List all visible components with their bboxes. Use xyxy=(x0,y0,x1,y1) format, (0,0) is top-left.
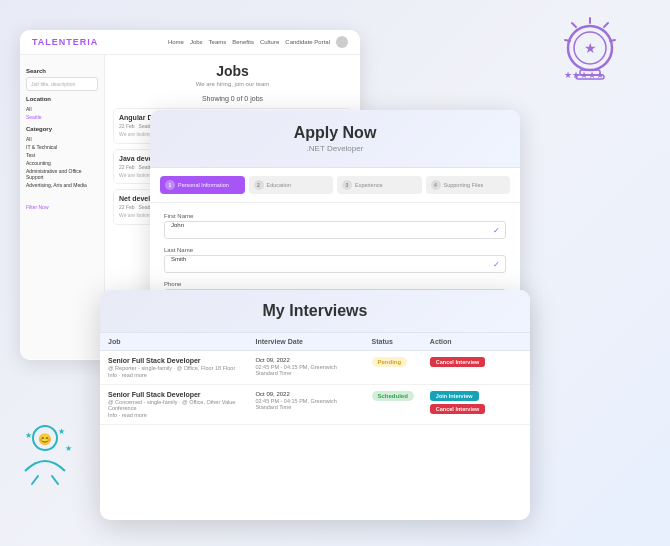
step-num-4: 4 xyxy=(431,180,441,190)
nav-avatar[interactable] xyxy=(336,36,348,48)
category-accounting[interactable]: Accounting xyxy=(26,159,98,167)
cancel-interview-button-2[interactable]: Cancel Interview xyxy=(430,404,485,414)
apply-header: Apply Now .NET Developer xyxy=(150,110,520,168)
date-2: Oct 09, 2022 xyxy=(255,391,355,397)
svg-line-8 xyxy=(565,40,570,41)
step-label-1: Personal Information xyxy=(178,182,229,188)
col-job: Job xyxy=(100,333,247,351)
meta-date: 22 Feb xyxy=(119,164,135,170)
svg-line-14 xyxy=(52,476,58,484)
nav-candidate-portal[interactable]: Candidate Portal xyxy=(285,39,330,45)
first-name-input[interactable]: John xyxy=(164,221,506,239)
job-name-1: Senior Full Stack Developer xyxy=(108,357,239,364)
category-admin[interactable]: Administrative and Office Support xyxy=(26,167,98,181)
interview-actions-2: Join Interview Cancel Interview xyxy=(422,385,530,425)
step-label-2: Education xyxy=(267,182,291,188)
nav-home[interactable]: Home xyxy=(168,39,184,45)
time-1: 02:45 PM - 04:15 PM, Greenwich Standard … xyxy=(255,364,355,376)
job-detail-1: @ Reporter - single-family · @ Office, F… xyxy=(108,365,239,371)
actions-2: Join Interview Cancel Interview xyxy=(430,391,522,414)
jobs-sidebar: Search Job title, description Location A… xyxy=(20,55,105,359)
check-icon-first-name: ✓ xyxy=(493,226,500,235)
svg-text:★: ★ xyxy=(65,444,72,453)
nav-culture[interactable]: Culture xyxy=(260,39,279,45)
nav-benefits[interactable]: Benefits xyxy=(232,39,254,45)
page-wrapper: ★ ★★★★★ 😊 ★ ★ ★ TALENTERIA Home Jo xyxy=(0,0,670,546)
location-all[interactable]: All xyxy=(26,105,98,113)
category-it[interactable]: IT & Technical xyxy=(26,143,98,151)
meta-date: 22 Feb xyxy=(119,204,135,210)
filter-now-button[interactable]: Filter Now xyxy=(26,204,49,210)
actions-1: Cancel Interview xyxy=(430,357,522,367)
step-education[interactable]: 2 Education xyxy=(249,176,334,194)
jobs-nav: TALENTERIA Home Jobs Teams Benefits Cult… xyxy=(20,30,360,55)
jobs-page-title: Jobs xyxy=(113,63,352,79)
interview-date-2: Oct 09, 2022 02:45 PM - 04:15 PM, Greenw… xyxy=(247,385,363,425)
interviews-title: My Interviews xyxy=(112,302,518,320)
search-box[interactable]: Job title, description xyxy=(26,77,98,91)
status-badge-2: Scheduled xyxy=(372,391,414,401)
last-name-wrap: Smith ✓ xyxy=(164,255,506,273)
svg-text:★: ★ xyxy=(25,431,32,440)
step-num-3: 3 xyxy=(342,180,352,190)
interview-job-1: Senior Full Stack Developer @ Reporter -… xyxy=(100,351,247,385)
nav-jobs[interactable]: Jobs xyxy=(190,39,203,45)
svg-text:★: ★ xyxy=(58,427,65,436)
svg-line-5 xyxy=(604,23,608,27)
svg-line-6 xyxy=(610,40,615,41)
svg-text:😊: 😊 xyxy=(38,432,52,446)
table-body: Senior Full Stack Developer @ Reporter -… xyxy=(100,351,530,425)
category-all[interactable]: All xyxy=(26,135,98,143)
step-personal[interactable]: 1 Personal Information xyxy=(160,176,245,194)
check-icon-last-name: ✓ xyxy=(493,260,500,269)
search-label: Search xyxy=(26,68,98,74)
cancel-interview-button-1[interactable]: Cancel Interview xyxy=(430,357,485,367)
step-num-2: 2 xyxy=(254,180,264,190)
job-links-2[interactable]: Info · read more xyxy=(108,412,239,418)
interview-status-2: Scheduled xyxy=(364,385,422,425)
apply-subtitle: .NET Developer xyxy=(164,144,506,153)
nav-teams[interactable]: Teams xyxy=(209,39,227,45)
step-experience[interactable]: 3 Experience xyxy=(337,176,422,194)
apply-title: Apply Now xyxy=(164,124,506,142)
last-name-label: Last Name xyxy=(164,247,506,253)
step-label-4: Supporting Files xyxy=(444,182,484,188)
brand-logo: TALENTERIA xyxy=(32,37,98,47)
location-label: Location xyxy=(26,96,98,102)
table-row: Senior Full Stack Developer @ Reporter -… xyxy=(100,351,530,385)
join-interview-button-2[interactable]: Join Interview xyxy=(430,391,479,401)
category-test[interactable]: Test xyxy=(26,151,98,159)
trophy-icon: ★ ★★★★★ xyxy=(550,10,630,90)
phone-label: Phone xyxy=(164,281,506,287)
interview-actions-1: Cancel Interview xyxy=(422,351,530,385)
last-name-input[interactable]: Smith xyxy=(164,255,506,273)
col-date: Interview Date xyxy=(247,333,363,351)
date-1: Oct 09, 2022 xyxy=(255,357,355,363)
job-name-2: Senior Full Stack Developer xyxy=(108,391,239,398)
table-header: Job Interview Date Status Action xyxy=(100,333,530,351)
interview-date-1: Oct 09, 2022 02:45 PM - 04:15 PM, Greenw… xyxy=(247,351,363,385)
job-links-1[interactable]: Info · read more xyxy=(108,372,239,378)
interview-status-1: Pending xyxy=(364,351,422,385)
svg-line-7 xyxy=(572,23,576,27)
interviews-header: My Interviews xyxy=(100,290,530,333)
interviews-table: Job Interview Date Status Action Senior … xyxy=(100,333,530,425)
jobs-sorting-label: Showing 0 of 0 jobs xyxy=(113,95,352,102)
last-name-row: Last Name Smith ✓ xyxy=(164,247,506,273)
category-advertising[interactable]: Advertising, Arts and Media xyxy=(26,181,98,189)
apply-steps: 1 Personal Information 2 Education 3 Exp… xyxy=(150,168,520,203)
jobs-page-subtitle: We are hiring, join our team xyxy=(113,81,352,87)
svg-line-13 xyxy=(32,476,38,484)
status-badge-1: Pending xyxy=(372,357,408,367)
job-detail-2: @ Concerned - single-family · @ Office, … xyxy=(108,399,239,411)
step-label-3: Experience xyxy=(355,182,383,188)
col-action: Action xyxy=(422,333,530,351)
interview-job-2: Senior Full Stack Developer @ Concerned … xyxy=(100,385,247,425)
svg-text:★: ★ xyxy=(584,40,597,56)
first-name-wrap: John ✓ xyxy=(164,221,506,239)
step-files[interactable]: 4 Supporting Files xyxy=(426,176,511,194)
category-label: Category xyxy=(26,126,98,132)
location-seattle[interactable]: Seattle xyxy=(26,113,98,121)
first-name-label: First Name xyxy=(164,213,506,219)
meta-date: 22 Feb xyxy=(119,123,135,129)
